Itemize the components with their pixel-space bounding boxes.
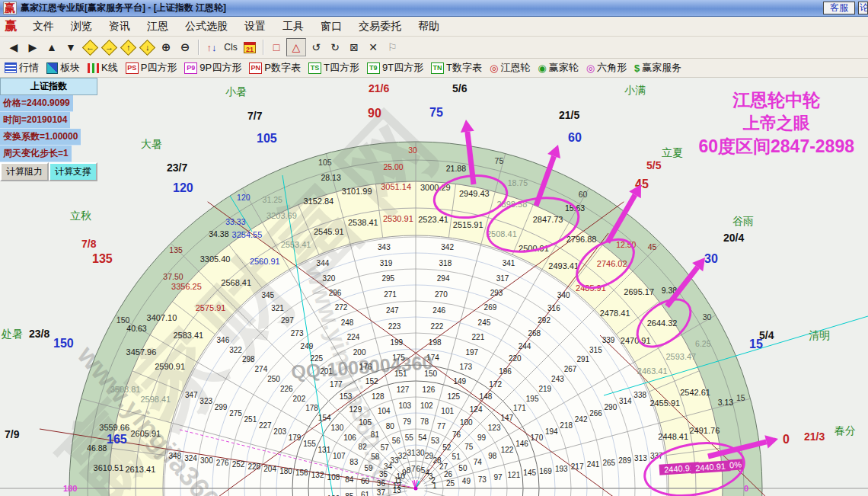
calc-support-button[interactable]: 计算支撑: [49, 162, 97, 181]
menu-item-2[interactable]: 资讯: [101, 18, 139, 35]
degree-label: 30: [704, 252, 718, 265]
cross-move-button[interactable]: ✕: [364, 39, 382, 56]
nav-forward-button[interactable]: ▶: [24, 39, 42, 56]
menu-item-9[interactable]: 帮助: [410, 18, 448, 35]
annotation-line-2: 上帝之眼: [698, 112, 854, 135]
svg-text:150: 150: [424, 370, 437, 378]
info-row-value: 变换系数=1.00000: [0, 129, 81, 146]
calc-resistance-button[interactable]: 计算阻力: [0, 162, 49, 181]
box-select-button[interactable]: ⊠: [345, 39, 363, 56]
svg-text:3407.10: 3407.10: [147, 313, 177, 322]
t-table-button-icon: TN: [431, 62, 444, 74]
date-label: 21/5: [559, 109, 579, 121]
svg-text:152: 152: [365, 377, 378, 386]
index-info-panel: 上证指数 价格=2440.9099时间=20190104变换系数=1.00000…: [0, 78, 97, 181]
info-row-3: 周天变化步长=1: [0, 146, 97, 162]
svg-text:46.88: 46.88: [87, 443, 107, 453]
customer-service-button[interactable]: 客服: [823, 2, 855, 14]
svg-text:175: 175: [392, 354, 405, 362]
svg-text:252: 252: [232, 460, 245, 469]
diamond-left-button-icon: ←: [81, 39, 97, 55]
updown-scale-button[interactable]: ↑↓: [203, 39, 221, 56]
triangle-tool-button[interactable]: △: [286, 38, 306, 56]
svg-text:75: 75: [464, 443, 474, 451]
svg-text:153: 153: [340, 392, 353, 401]
9p-square-button[interactable]: P99P四方形: [184, 61, 241, 75]
svg-text:45: 45: [648, 242, 657, 251]
diamond-up-button[interactable]: ↑: [119, 39, 137, 56]
svg-text:295: 295: [382, 274, 395, 283]
svg-text:83: 83: [349, 458, 359, 466]
svg-text:3203.69: 3203.69: [266, 211, 297, 220]
diamond-right-button[interactable]: →: [100, 39, 118, 56]
9t-square-button[interactable]: T99T四方形: [367, 61, 423, 75]
svg-text:267: 267: [564, 365, 577, 373]
hexagon-button[interactable]: ◎六角形: [586, 61, 627, 75]
zoom-in-button[interactable]: ⊕: [157, 39, 175, 56]
svg-text:29: 29: [425, 452, 434, 460]
svg-text:2508.41: 2508.41: [487, 229, 517, 238]
menu-item-7[interactable]: 窗口: [312, 18, 350, 35]
svg-text:243: 243: [551, 375, 564, 383]
svg-text:58: 58: [371, 453, 380, 461]
svg-text:28: 28: [432, 456, 442, 465]
diamond-right-button-icon: →: [101, 39, 116, 55]
zoom-out-button[interactable]: ⊖: [176, 39, 194, 56]
nav-back-button[interactable]: ◀: [5, 39, 23, 56]
menu-item-1[interactable]: 浏览: [62, 18, 101, 35]
svg-text:2796.88: 2796.88: [566, 235, 597, 244]
svg-text:172: 172: [489, 380, 502, 389]
t-square-button[interactable]: TST四方形: [308, 61, 359, 75]
diamond-left-button[interactable]: ←: [81, 39, 99, 56]
forum-button-partial[interactable]: 论坛: [858, 2, 868, 14]
svg-text:2605.91: 2605.91: [130, 429, 161, 438]
p-table-button-icon: PN: [249, 62, 262, 74]
kline-button[interactable]: K线: [88, 61, 118, 75]
winner-service-button-icon: $: [634, 62, 640, 74]
p-square-button[interactable]: PSP四方形: [126, 61, 177, 75]
svg-text:319: 319: [380, 259, 393, 267]
svg-text:2523.41: 2523.41: [418, 215, 448, 224]
svg-text:125: 125: [447, 392, 460, 401]
square-tool-button[interactable]: □: [267, 39, 286, 56]
sectors-button[interactable]: 板块: [46, 61, 80, 75]
diamond-down-button[interactable]: ↓: [138, 39, 156, 56]
svg-text:0: 0: [744, 484, 748, 493]
svg-text:15: 15: [736, 393, 745, 402]
menu-item-5[interactable]: 设置: [236, 18, 274, 35]
t-table-button[interactable]: TNT数字表: [431, 61, 482, 75]
cls-button[interactable]: Cls: [222, 39, 240, 56]
svg-text:150: 150: [116, 315, 130, 325]
menu-item-0[interactable]: 文件: [24, 18, 62, 35]
info-row-value: 时间=20190104: [0, 112, 70, 129]
menu-bar: 赢 文件浏览资讯江恩公式选股设置工具窗口交易委托帮助: [0, 17, 868, 37]
menu-item-6[interactable]: 工具: [274, 18, 312, 35]
svg-text:2530.91: 2530.91: [383, 214, 413, 223]
svg-text:36: 36: [377, 479, 386, 488]
svg-text:202: 202: [293, 395, 306, 403]
svg-text:2613.41: 2613.41: [125, 465, 155, 474]
gann-wheel-button[interactable]: ◎江恩轮: [490, 61, 530, 75]
menu-item-4[interactable]: 公式选股: [177, 18, 236, 35]
svg-text:49: 49: [462, 477, 471, 485]
svg-text:2568.41: 2568.41: [221, 278, 251, 287]
rotate-ccw-button[interactable]: ↺: [307, 39, 325, 56]
menu-item-8[interactable]: 交易委托: [350, 18, 410, 35]
solar-term-label: 清明: [809, 329, 830, 341]
quotes-button[interactable]: 行情: [5, 61, 39, 75]
svg-text:194: 194: [545, 427, 558, 436]
winner-wheel-button[interactable]: ◉赢家轮: [538, 61, 578, 75]
pointer-up-button[interactable]: ▲: [43, 39, 61, 56]
svg-text:82: 82: [359, 443, 368, 451]
svg-text:348: 348: [168, 452, 181, 460]
menu-item-3[interactable]: 江恩: [139, 18, 177, 35]
svg-text:249: 249: [301, 342, 314, 350]
date-label: 5/6: [452, 82, 468, 94]
rotate-cw-button[interactable]: ↻: [326, 39, 344, 56]
svg-text:61: 61: [361, 491, 370, 496]
flag-button[interactable]: ⚐: [383, 39, 401, 56]
winner-service-button[interactable]: $赢家服务: [634, 61, 681, 75]
p-table-button[interactable]: PNP数字表: [249, 61, 301, 75]
pointer-down-button[interactable]: ▼: [62, 39, 80, 56]
calendar-button[interactable]: 21: [241, 39, 259, 56]
